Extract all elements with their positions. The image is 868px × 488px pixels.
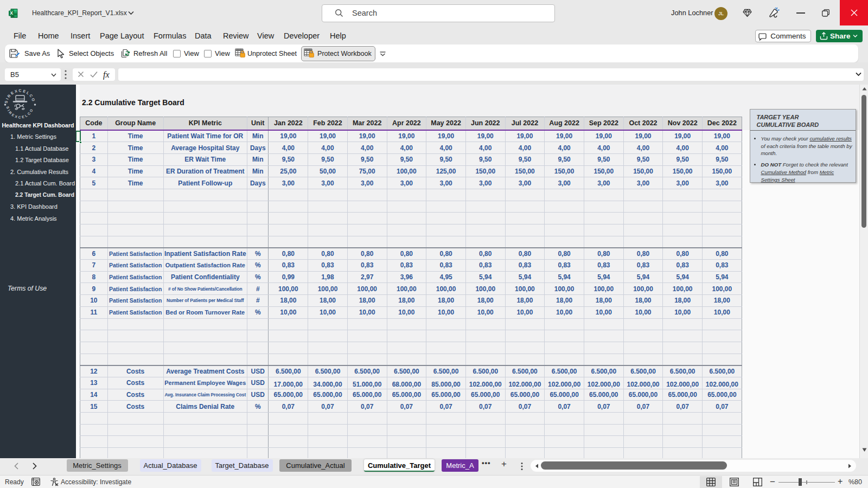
svg-text:X: X: [10, 10, 13, 16]
svg-text:SIREXCELCO: SIREXCELCO: [6, 106, 34, 119]
